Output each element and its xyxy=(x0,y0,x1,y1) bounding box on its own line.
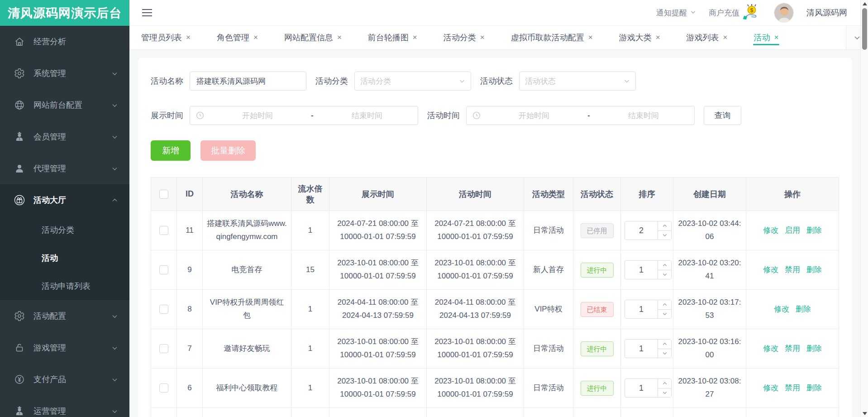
sort-decrease-button[interactable] xyxy=(658,270,671,279)
lock-icon xyxy=(14,342,25,354)
search-button[interactable]: 查询 xyxy=(704,106,741,125)
row-checkbox[interactable] xyxy=(159,344,168,353)
status-badge: 进行中 xyxy=(581,381,614,396)
scroll-down-arrow[interactable] xyxy=(861,410,868,417)
row-action-edit[interactable]: 修改 xyxy=(763,226,778,235)
sidebar-item-agent[interactable]: 代理管理 xyxy=(0,153,129,184)
sidebar-item-label: 网站前台配置 xyxy=(33,100,111,110)
show-time-range-picker[interactable]: 开始时间 - 结束时间 xyxy=(190,106,418,125)
row-checkbox[interactable] xyxy=(159,265,168,274)
sidebar-item-system[interactable]: 系统管理 xyxy=(0,58,129,89)
table-row: 11 搭建联系清风源码www.qingfengymw.com 1 2024-07… xyxy=(151,211,839,250)
username: 清风源码网 xyxy=(806,7,847,18)
sort-increase-button[interactable] xyxy=(658,221,671,231)
cell-activity-time: 2024-04-11 08:00:00 至 2024-04-13 07:59:5… xyxy=(427,290,524,329)
tab-label: 虚拟币取款活动配置 xyxy=(511,32,584,43)
sort-decrease-button[interactable] xyxy=(658,349,671,358)
row-action-edit[interactable]: 修改 xyxy=(763,344,778,353)
sidebar-subitem-activity[interactable]: 活动 xyxy=(0,244,129,272)
row-action-edit[interactable]: 修改 xyxy=(774,305,789,313)
chevron-up-icon xyxy=(111,197,119,204)
hamburger-menu-icon[interactable] xyxy=(141,8,153,18)
tab-close-icon[interactable]: × xyxy=(588,33,593,42)
row-checkbox[interactable] xyxy=(159,383,168,393)
sidebar-subitem-activity-apply-list[interactable]: 活动申请列表 xyxy=(0,272,129,300)
sidebar-item-analysis[interactable]: 经营分析 xyxy=(0,26,129,58)
tab-close-icon[interactable]: × xyxy=(656,33,660,42)
tab-close-icon[interactable]: × xyxy=(774,33,779,42)
sidebar: 清风源码网演示后台 经营分析 系统管理 网站前台配置 会员管理 代理管理 活动大… xyxy=(0,0,129,417)
tab-close-icon[interactable]: × xyxy=(480,33,485,42)
sort-number-input[interactable]: 2 xyxy=(625,221,672,240)
sidebar-item-member[interactable]: 会员管理 xyxy=(0,121,129,153)
scrollbar-thumb[interactable] xyxy=(862,8,867,50)
tab-admin-list[interactable]: 管理员列表 × xyxy=(141,26,191,49)
sort-decrease-button[interactable] xyxy=(658,388,671,398)
sort-increase-button[interactable] xyxy=(658,379,671,388)
sort-increase-button[interactable] xyxy=(658,261,671,270)
clock-icon xyxy=(196,111,204,120)
tab-game-list[interactable]: 游戏列表 × xyxy=(687,26,728,49)
merchant-recharge-button[interactable]: 商户充值 $ xyxy=(709,3,761,23)
cell-activity-type: 日常活动 xyxy=(524,329,573,369)
row-action-enable[interactable]: 启用 xyxy=(785,226,800,235)
avatar[interactable] xyxy=(774,3,794,23)
row-action-delete[interactable]: 删除 xyxy=(806,226,822,235)
tab-activity-category[interactable]: 活动分类 × xyxy=(444,26,485,49)
tab-crypto-withdraw-activity-config[interactable]: 虚拟币取款活动配置 × xyxy=(511,26,593,49)
activity-status-select[interactable]: 活动状态 xyxy=(519,72,636,91)
row-action-disable[interactable]: 禁用 xyxy=(785,265,800,274)
sort-decrease-button[interactable] xyxy=(658,310,671,319)
row-action-edit[interactable]: 修改 xyxy=(763,265,778,274)
activity-time-range-picker[interactable]: 开始时间 - 结束时间 xyxy=(466,106,695,125)
tab-label: 游戏大类 xyxy=(619,32,652,43)
activity-name-input[interactable] xyxy=(190,72,306,91)
sidebar-item-activity-hall[interactable]: 活动大厅 xyxy=(0,184,129,216)
tab-close-icon[interactable]: × xyxy=(337,33,342,42)
sidebar-item-label: 代理管理 xyxy=(33,163,111,174)
table-header-row: ID活动名称流水倍数展示时间活动时间活动类型活动状态排序创建日期操作 xyxy=(151,177,839,211)
row-action-disable[interactable]: 禁用 xyxy=(785,383,800,392)
select-all-checkbox[interactable] xyxy=(159,190,168,199)
tab-activity[interactable]: 活动 × xyxy=(754,26,779,49)
sort-number-input[interactable]: 1 xyxy=(625,260,672,279)
sort-number-input[interactable]: 1 xyxy=(625,339,672,358)
tab-close-icon[interactable]: × xyxy=(723,33,728,42)
sort-value: 1 xyxy=(625,261,658,279)
tab-site-config-info[interactable]: 网站配置信息 × xyxy=(284,26,342,49)
add-button[interactable]: 新增 xyxy=(151,140,191,161)
row-action-edit[interactable]: 修改 xyxy=(763,383,778,392)
tab-close-icon[interactable]: × xyxy=(186,33,191,42)
row-action-delete[interactable]: 删除 xyxy=(796,305,811,313)
sort-increase-button[interactable] xyxy=(658,300,671,310)
sort-number-input[interactable]: 1 xyxy=(625,379,672,398)
row-action-delete[interactable]: 删除 xyxy=(806,344,822,353)
row-action-delete[interactable]: 删除 xyxy=(806,265,822,274)
chevron-down-icon xyxy=(111,102,119,109)
sidebar-item-site-frontend-config[interactable]: 网站前台配置 xyxy=(0,89,129,121)
activity-category-select[interactable]: 活动分类 xyxy=(354,72,471,91)
notifications-dropdown[interactable]: 通知提醒 xyxy=(656,8,696,18)
scroll-up-arrow[interactable] xyxy=(861,0,868,7)
tab-role[interactable]: 角色管理 × xyxy=(217,26,258,49)
tab-close-icon[interactable]: × xyxy=(413,33,417,42)
tab-close-icon[interactable]: × xyxy=(253,33,258,42)
row-action-disable[interactable]: 禁用 xyxy=(785,344,800,353)
tab-game-category[interactable]: 游戏大类 × xyxy=(619,26,660,49)
sort-number-input[interactable]: 1 xyxy=(625,300,672,319)
batch-delete-button[interactable]: 批量删除 xyxy=(200,140,256,161)
tab-carousel[interactable]: 前台轮播图 × xyxy=(368,26,417,49)
sort-decrease-button[interactable] xyxy=(658,231,671,240)
row-checkbox[interactable] xyxy=(159,226,168,235)
sidebar-item-operation[interactable]: 运营管理 xyxy=(0,395,129,417)
sidebar-subitem-activity-category[interactable]: 活动分类 xyxy=(0,216,129,244)
cell-show-time: 2023-10-01 08:00:00 至 10000-01-01 07:59:… xyxy=(329,329,427,369)
sidebar-item-game[interactable]: 游戏管理 xyxy=(0,332,129,364)
sort-increase-button[interactable] xyxy=(658,340,671,349)
sidebar-item-payment[interactable]: 支付产品 xyxy=(0,364,129,395)
row-checkbox[interactable] xyxy=(159,305,168,314)
sidebar-item-activity-config[interactable]: 活动配置 xyxy=(0,300,129,332)
chevron-down-icon xyxy=(111,313,119,320)
page-scrollbar[interactable] xyxy=(860,0,868,417)
row-action-delete[interactable]: 删除 xyxy=(806,383,822,392)
